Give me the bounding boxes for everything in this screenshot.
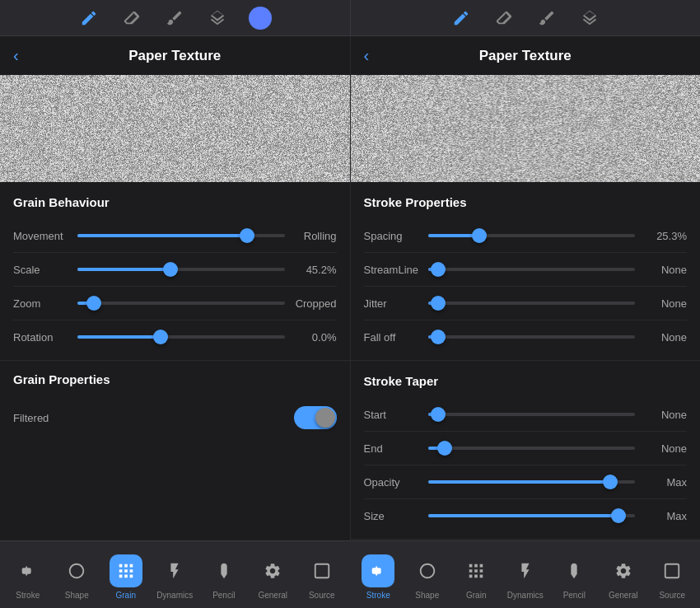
right-stroke-label: Stroke bbox=[366, 591, 390, 600]
right-panel-content: Stroke Properties Spacing 25.3% StreamLi… bbox=[351, 182, 701, 540]
right-back-button[interactable]: ‹ bbox=[364, 46, 384, 65]
right-shape-icon-wrap bbox=[411, 554, 444, 587]
right-panel: ‹ Paper Texture Stroke Properties Spacin… bbox=[351, 36, 701, 608]
layers-icon-left[interactable] bbox=[206, 7, 229, 30]
left-panel-content: Grain Behaviour Movement Rolling Scale bbox=[0, 182, 350, 540]
smudge-icon-right[interactable] bbox=[535, 7, 558, 30]
falloff-value: None bbox=[642, 331, 687, 344]
zoom-slider[interactable] bbox=[77, 295, 285, 311]
right-tab-stroke[interactable]: Stroke bbox=[354, 554, 404, 600]
svg-rect-0 bbox=[315, 564, 329, 578]
rotation-label: Rotation bbox=[13, 331, 71, 344]
jitter-slider[interactable] bbox=[428, 295, 636, 311]
right-pencil-label: Pencil bbox=[563, 591, 586, 600]
rotation-value: 0.0% bbox=[292, 331, 337, 344]
right-tab-pencil[interactable]: Pencil bbox=[550, 554, 600, 600]
eraser-icon-right[interactable] bbox=[492, 7, 516, 30]
left-dynamics-label: Dynamics bbox=[156, 591, 193, 600]
right-panel-title: Paper Texture bbox=[384, 48, 668, 64]
left-source-label: Source bbox=[309, 591, 335, 600]
pen-icon-right[interactable] bbox=[450, 7, 473, 30]
scale-value: 45.2% bbox=[292, 264, 337, 276]
left-tab-shape[interactable]: Shape bbox=[53, 554, 102, 600]
end-slider[interactable] bbox=[428, 440, 636, 456]
left-tab-bar: Stroke Shape Grain Dynamic bbox=[0, 540, 350, 608]
start-slider[interactable] bbox=[428, 406, 636, 423]
left-pencil-label: Pencil bbox=[212, 591, 235, 600]
right-grain-icon-wrap bbox=[460, 554, 492, 587]
left-texture-canvas bbox=[0, 75, 350, 182]
size-slider[interactable] bbox=[428, 507, 636, 524]
movement-slider-row: Movement Rolling bbox=[13, 219, 337, 253]
left-texture-preview bbox=[0, 75, 350, 182]
left-dynamics-icon-wrap bbox=[158, 554, 191, 587]
stroke-taper-title: Stroke Taper bbox=[364, 374, 688, 388]
scale-label: Scale bbox=[13, 264, 71, 276]
stroke-properties-title: Stroke Properties bbox=[364, 195, 688, 209]
zoom-slider-row: Zoom Cropped bbox=[13, 287, 337, 320]
falloff-slider-row: Fall off None bbox=[364, 320, 688, 353]
right-dynamics-label: Dynamics bbox=[507, 591, 544, 600]
grain-properties-title: Grain Properties bbox=[13, 372, 337, 386]
zoom-value: Cropped bbox=[292, 297, 337, 310]
opacity-label: Opacity bbox=[364, 476, 422, 489]
opacity-slider[interactable] bbox=[428, 474, 636, 490]
right-grain-label: Grain bbox=[466, 591, 486, 600]
size-value: Max bbox=[642, 510, 687, 522]
right-source-icon-wrap bbox=[656, 554, 688, 587]
start-label: Start bbox=[364, 409, 422, 421]
pen-icon-left[interactable] bbox=[77, 7, 100, 30]
right-texture-canvas bbox=[351, 75, 701, 182]
left-shape-icon-wrap bbox=[60, 554, 93, 587]
end-label: End bbox=[364, 442, 422, 455]
left-pencil-icon-wrap bbox=[208, 554, 240, 587]
streamline-slider[interactable] bbox=[428, 261, 636, 278]
right-general-icon-wrap bbox=[607, 554, 640, 587]
movement-slider[interactable] bbox=[77, 227, 285, 244]
filtered-toggle[interactable] bbox=[294, 406, 337, 429]
right-shape-label: Shape bbox=[415, 591, 439, 600]
scale-slider[interactable] bbox=[77, 261, 285, 278]
grain-behaviour-title: Grain Behaviour bbox=[13, 195, 337, 209]
spacing-slider[interactable] bbox=[428, 227, 636, 244]
left-stroke-icon-wrap bbox=[12, 554, 44, 587]
grain-behaviour-section: Grain Behaviour Movement Rolling Scale bbox=[0, 182, 350, 361]
left-back-button[interactable]: ‹ bbox=[13, 46, 33, 65]
left-grain-icon-wrap bbox=[110, 554, 142, 587]
right-tab-shape[interactable]: Shape bbox=[403, 554, 452, 600]
end-value: None bbox=[642, 442, 687, 455]
left-tab-stroke[interactable]: Stroke bbox=[3, 554, 53, 600]
jitter-slider-row: Jitter None bbox=[364, 287, 688, 320]
left-tab-dynamics[interactable]: Dynamics bbox=[151, 554, 200, 600]
eraser-icon-left[interactable] bbox=[120, 7, 143, 30]
toggle-knob bbox=[315, 408, 335, 428]
left-tab-grain[interactable]: Grain bbox=[101, 554, 151, 600]
right-panel-header: ‹ Paper Texture bbox=[351, 36, 701, 75]
right-tab-grain[interactable]: Grain bbox=[452, 554, 502, 600]
right-dynamics-icon-wrap bbox=[509, 554, 542, 587]
movement-value: Rolling bbox=[292, 230, 337, 242]
smudge-icon-left[interactable] bbox=[163, 7, 186, 30]
stroke-taper-section: Stroke Taper Start None End bbox=[351, 361, 701, 540]
right-tab-source[interactable]: Source bbox=[648, 554, 698, 600]
left-general-label: General bbox=[258, 591, 287, 600]
right-general-label: General bbox=[609, 591, 638, 600]
top-toolbar bbox=[0, 0, 700, 36]
left-tab-pencil[interactable]: Pencil bbox=[199, 554, 249, 600]
spacing-value: 25.3% bbox=[642, 230, 687, 242]
rotation-slider[interactable] bbox=[77, 329, 285, 345]
left-toolbar-group bbox=[0, 7, 350, 30]
right-pencil-icon-wrap bbox=[558, 554, 590, 587]
opacity-value: Max bbox=[642, 476, 687, 489]
left-panel-header: ‹ Paper Texture bbox=[0, 36, 350, 75]
left-general-icon-wrap bbox=[256, 554, 289, 587]
layers-icon-right[interactable] bbox=[578, 7, 601, 30]
right-tab-dynamics[interactable]: Dynamics bbox=[501, 554, 550, 600]
right-source-label: Source bbox=[659, 591, 685, 600]
left-tab-general[interactable]: General bbox=[249, 554, 298, 600]
left-shape-label: Shape bbox=[65, 591, 89, 600]
left-tab-source[interactable]: Source bbox=[297, 554, 347, 600]
color-circle-left[interactable] bbox=[249, 7, 272, 30]
right-tab-general[interactable]: General bbox=[599, 554, 648, 600]
falloff-slider[interactable] bbox=[428, 329, 636, 345]
